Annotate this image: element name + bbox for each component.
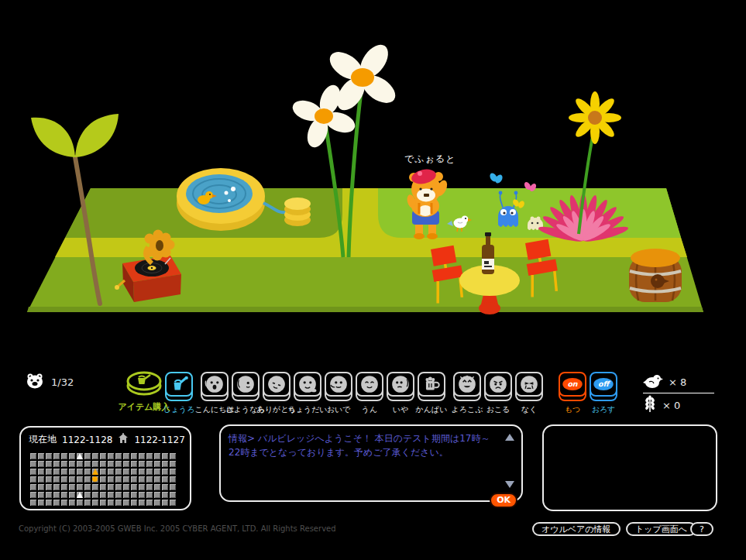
minimap-cell: [46, 469, 52, 475]
emote-toolbar: じょうろこんにちはさようならありがとうちょうだいおいでうんいやかんぱいよろこぶお…: [164, 372, 620, 415]
minimap-cell: [38, 492, 44, 498]
emote-button-face-beg[interactable]: ちょうだい: [293, 372, 322, 415]
minimap-marker-triangle: [77, 492, 83, 498]
scroll-up-arrow[interactable]: [505, 434, 514, 441]
emote-button-face-bye[interactable]: さようなら: [231, 372, 260, 415]
minimap-cell: [139, 500, 145, 506]
info-message: 情報> バルビレッジへようこそ！ 本日のテスト期間は17時～22時までとなってお…: [229, 431, 501, 459]
pool[interactable]: [177, 168, 265, 231]
minimap-cell: [162, 469, 168, 475]
emote-key-icon[interactable]: [515, 372, 543, 397]
minimap-cell: [123, 461, 129, 467]
minimap-cell: [53, 469, 60, 475]
minimap-cell: [100, 484, 106, 490]
minimap-cell: [46, 476, 52, 483]
location-label: 現在地: [29, 433, 57, 446]
emote-button-face-angry[interactable]: おこる: [483, 372, 513, 415]
minimap-cell: [162, 476, 168, 483]
emote-key-icon[interactable]: [387, 372, 414, 397]
emote-key-icon[interactable]: [484, 372, 512, 397]
wheat-count-value: × 0: [662, 400, 680, 411]
emote-button-face-nod[interactable]: うん: [355, 372, 384, 415]
top-screen-button[interactable]: トップ画面へ: [626, 522, 696, 536]
minimap-cell: [139, 492, 145, 498]
emote-button-on[interactable]: onもつ: [558, 372, 587, 415]
message-panel: 情報> バルビレッジへようこそ！ 本日のテスト期間は17時～22時までとなってお…: [219, 424, 523, 502]
minimap-cell: [92, 453, 98, 459]
minimap-cell: [30, 453, 36, 459]
minimap-cell: [115, 469, 122, 475]
wheat-icon: [643, 395, 657, 416]
minimap-cell: [77, 476, 83, 483]
minimap-cell: [100, 461, 106, 467]
emote-button-face-shake[interactable]: いや: [386, 372, 415, 415]
bird-count-value: × 8: [669, 376, 686, 388]
minimap-cell: [77, 500, 83, 506]
minimap-cell: [170, 492, 176, 498]
help-button[interactable]: ?: [690, 522, 713, 536]
minimap-cell: [170, 469, 176, 475]
emote-button-face-joy[interactable]: よろこぶ: [452, 372, 482, 415]
emote-key-icon[interactable]: [294, 372, 321, 397]
minimap-cell: [170, 476, 176, 483]
minimap-cell: [92, 492, 98, 498]
minimap-cell: [84, 484, 91, 490]
minimap-cell: [146, 461, 153, 467]
minimap-cell: [123, 469, 129, 475]
emote-button-off[interactable]: offおろす: [589, 372, 618, 415]
emote-button-face-cry[interactable]: なく: [514, 372, 544, 415]
emote-key-icon[interactable]: [325, 372, 352, 397]
emote-key-icon[interactable]: [356, 372, 383, 397]
minimap-cell: [30, 500, 36, 506]
emote-key-icon[interactable]: off: [590, 372, 617, 397]
minimap-cell: [92, 484, 98, 490]
scroll-down-arrow[interactable]: [505, 481, 514, 488]
minimap-cell: [162, 453, 168, 459]
emote-key-icon[interactable]: on: [559, 372, 586, 397]
minimap-cell: [139, 484, 145, 490]
emote-key-label: おいで: [327, 404, 351, 415]
emote-button-beer-mug[interactable]: かんぱい: [417, 372, 446, 415]
minimap-cell: [108, 476, 114, 483]
minimap-cell: [84, 469, 91, 475]
emote-key-icon[interactable]: [418, 372, 445, 397]
minimap-cell: [115, 476, 122, 483]
minimap-cell: [53, 461, 60, 467]
minimap-cell: [30, 469, 36, 475]
minimap-cell: [84, 492, 91, 498]
minimap-cell: [30, 484, 36, 490]
emote-key-icon[interactable]: [165, 372, 193, 397]
minimap-grid[interactable]: [30, 453, 176, 506]
minimap-cell: [131, 476, 137, 483]
emote-key-icon[interactable]: [263, 372, 290, 397]
minimap-cell: [146, 453, 153, 459]
minimap-cell: [53, 476, 60, 483]
minimap-cell: [170, 453, 176, 459]
minimap-cell: [61, 476, 67, 483]
minimap-cell: [38, 461, 44, 467]
minimap-cell: [100, 476, 106, 483]
emote-key-label: ちょうだい: [287, 404, 327, 415]
counter-divider: [643, 393, 714, 393]
bird-counter: × 8: [643, 373, 714, 392]
emote-key-icon[interactable]: [232, 372, 260, 397]
minimap-cell: [38, 469, 44, 475]
minimap-cell: [77, 461, 83, 467]
emote-button-face-hello[interactable]: こんにちは: [200, 372, 229, 415]
minimap-cell: [123, 453, 129, 459]
minimap-cell: [115, 461, 122, 467]
emote-button-face-bow[interactable]: ありがとう: [262, 372, 291, 415]
emote-key-icon[interactable]: [453, 372, 481, 397]
emote-button-face-come[interactable]: おいで: [324, 372, 353, 415]
owlbear-info-button[interactable]: オウルベアの情報: [532, 522, 621, 536]
minimap-cell: [146, 469, 153, 475]
minimap-cell: [154, 476, 160, 483]
barrel[interactable]: [629, 249, 682, 302]
emote-button-watering-can[interactable]: じょうろ: [164, 372, 194, 415]
emote-key-icon[interactable]: [201, 372, 229, 397]
minimap-cell: [69, 469, 75, 475]
minimap-cell: [154, 461, 160, 467]
minimap-cell: [61, 484, 67, 490]
ok-button[interactable]: OK: [490, 493, 517, 508]
minimap-cell: [69, 484, 75, 490]
